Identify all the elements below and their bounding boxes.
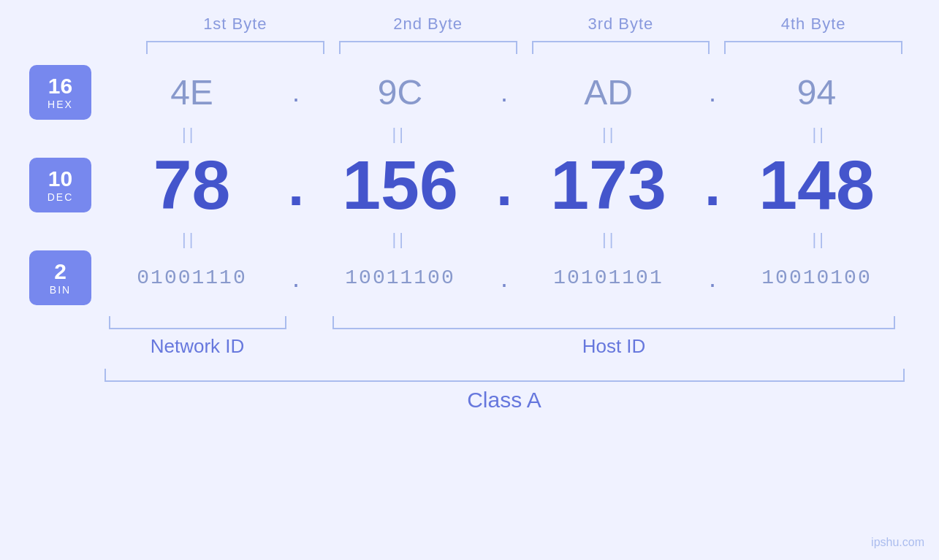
eq2-b1: ||	[99, 230, 280, 249]
bin-val-3: 10101101	[553, 266, 663, 289]
bottom-brackets: Network ID Host ID	[29, 316, 910, 358]
eq2-b2: ||	[309, 230, 490, 249]
hex-values: 4E . 9C . AD . 94	[99, 72, 910, 112]
bin-values: 01001110 . 10011100 . 10101101 . 1001010…	[99, 263, 910, 294]
host-bracket	[332, 316, 895, 329]
dec-dot2: .	[493, 152, 515, 219]
bin-row: 2 BIN 01001110 . 10011100 . 10101101 . 1…	[29, 250, 910, 305]
byte2-header: 2nd Byte	[332, 15, 525, 34]
top-brackets	[29, 41, 910, 54]
host-bracket-container: Host ID	[318, 316, 910, 358]
bin-byte1: 01001110	[99, 266, 285, 289]
hex-dot3: .	[702, 77, 723, 108]
eq2-b4: ||	[729, 230, 911, 249]
main-container: 1st Byte 2nd Byte 3rd Byte 4th Byte 16 H…	[0, 0, 939, 560]
dec-badge: 10 DEC	[29, 158, 91, 212]
hex-byte4: 94	[723, 72, 910, 112]
hex-byte3: AD	[515, 72, 702, 112]
bin-badge: 2 BIN	[29, 250, 91, 305]
hex-val-2: 9C	[378, 73, 422, 112]
bin-val-1: 01001110	[137, 266, 246, 289]
dec-values: 78 . 156 . 173 . 148	[99, 145, 910, 225]
eq1-b4: ||	[729, 125, 911, 144]
dec-byte2: 156	[307, 145, 493, 225]
dec-byte1: 78	[99, 145, 285, 225]
hex-base-label: HEX	[47, 99, 73, 110]
bin-dot2: .	[493, 263, 515, 294]
bin-val-4: 10010100	[761, 266, 871, 289]
hex-badge: 16 HEX	[29, 65, 91, 120]
bin-byte4: 10010100	[723, 266, 910, 289]
dec-val-3: 173	[550, 146, 666, 223]
bin-base-num: 2	[54, 261, 66, 283]
hex-byte2: 9C	[307, 72, 493, 112]
watermark: ipshu.com	[871, 536, 924, 549]
bracket-byte2	[339, 41, 517, 54]
class-bracket	[104, 369, 905, 382]
hex-val-1: 4E	[170, 73, 213, 112]
eq2-b3: ||	[519, 230, 700, 249]
hex-base-num: 16	[48, 75, 72, 97]
bracket-byte4	[724, 41, 902, 54]
equals-signs-2: || || || ||	[99, 230, 910, 249]
host-id-label: Host ID	[582, 335, 646, 358]
bin-dot1: .	[285, 263, 307, 294]
eq1-b1: ||	[99, 125, 280, 144]
bracket-byte3	[532, 41, 710, 54]
class-row: Class A	[29, 369, 910, 413]
class-label: Class A	[467, 388, 541, 413]
eq1-b3: ||	[519, 125, 700, 144]
bin-base-label: BIN	[50, 284, 71, 296]
network-bracket	[109, 316, 286, 329]
byte-headers: 1st Byte 2nd Byte 3rd Byte 4th Byte	[29, 15, 910, 34]
bin-byte2: 10011100	[307, 266, 493, 289]
equals-row-1: || || || ||	[29, 125, 910, 144]
hex-val-4: 94	[797, 73, 836, 112]
byte1-header: 1st Byte	[139, 15, 332, 34]
dec-base-num: 10	[48, 168, 72, 190]
byte4-header: 4th Byte	[717, 15, 910, 34]
equals-row-2: || || || ||	[29, 230, 910, 249]
dec-val-1: 78	[153, 146, 231, 223]
hex-row: 16 HEX 4E . 9C . AD . 94	[29, 65, 910, 120]
dec-dot1: .	[285, 152, 307, 219]
byte3-header: 3rd Byte	[525, 15, 718, 34]
hex-val-3: AD	[584, 73, 633, 112]
network-bracket-container: Network ID	[99, 316, 296, 358]
dec-byte3: 173	[515, 145, 702, 225]
eq1-b2: ||	[309, 125, 490, 144]
dec-dot3: .	[702, 152, 723, 219]
dec-row: 10 DEC 78 . 156 . 173 . 148	[29, 145, 910, 225]
bracket-byte1	[146, 41, 324, 54]
dec-val-2: 156	[342, 146, 458, 223]
dec-base-label: DEC	[47, 191, 74, 203]
bin-byte3: 10101101	[515, 266, 702, 289]
bin-val-2: 10011100	[345, 266, 455, 289]
hex-byte1: 4E	[99, 72, 285, 112]
hex-dot1: .	[285, 77, 307, 108]
hex-dot2: .	[493, 77, 515, 108]
dec-byte4: 148	[723, 145, 910, 225]
network-id-label: Network ID	[151, 335, 245, 358]
bin-dot3: .	[702, 263, 723, 294]
dec-val-4: 148	[759, 146, 875, 223]
equals-signs-1: || || || ||	[99, 125, 910, 144]
